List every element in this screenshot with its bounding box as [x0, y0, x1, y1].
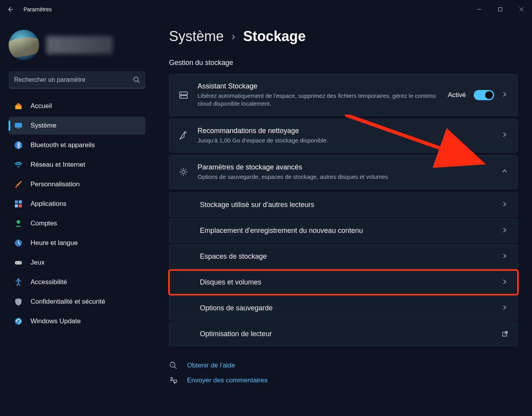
sidebar-item-label: Windows Update	[31, 317, 81, 325]
paintbrush-icon	[14, 180, 23, 189]
card-title: Assistant Stockage	[198, 82, 439, 90]
external-link-icon	[502, 331, 509, 338]
home-icon	[14, 102, 23, 110]
sub-item-label: Espaces de stockage	[200, 252, 267, 261]
svg-point-22	[182, 170, 185, 173]
card-subtitle: Jusqu'à 1,00 Go d'espace de stockage dis…	[198, 137, 493, 144]
sidebar-item-windows-update[interactable]: Windows Update	[9, 312, 146, 330]
chevron-right-icon: ›	[232, 30, 235, 43]
sidebar-item-time-language[interactable]: Heure et langue	[9, 234, 146, 252]
get-help-link[interactable]: ? Obtenir de l'aide	[169, 361, 518, 370]
sub-item-label: Optimisation de lecteur	[200, 330, 272, 338]
svg-point-6	[15, 186, 17, 188]
svg-rect-2	[15, 123, 22, 128]
sidebar-item-label: Applications	[31, 200, 66, 208]
minimize-button[interactable]	[469, 2, 490, 17]
storage-other-drives[interactable]: Stockage utilisé sur d'autres lecteurs	[169, 193, 518, 217]
sidebar-item-home[interactable]: Accueil	[9, 97, 146, 115]
search-icon	[133, 76, 140, 83]
card-title: Paramètres de stockage avancés	[198, 163, 493, 171]
sidebar-item-gaming[interactable]: Jeux	[9, 254, 146, 272]
user-profile[interactable]	[9, 27, 146, 71]
svg-rect-3	[17, 128, 20, 129]
footer-link-label: Envoyer des commentaires	[187, 376, 268, 384]
svg-point-11	[17, 220, 20, 224]
storage-spaces[interactable]: Espaces de stockage	[169, 244, 518, 269]
svg-rect-13	[15, 261, 22, 265]
feedback-icon	[169, 376, 178, 385]
svg-point-16	[18, 279, 20, 281]
sidebar-item-network[interactable]: Réseau et Internet	[9, 156, 146, 174]
chevron-right-icon	[502, 305, 509, 312]
backup-options[interactable]: Options de sauvegarde	[169, 296, 518, 321]
sidebar-item-system[interactable]: Système	[9, 117, 146, 135]
avatar	[9, 30, 39, 60]
save-locations[interactable]: Emplacement d'enregistrement du nouveau …	[169, 218, 518, 243]
sidebar-item-label: Heure et langue	[31, 239, 78, 247]
storage-sense-toggle[interactable]	[474, 90, 494, 100]
sidebar-item-apps[interactable]: Applications	[9, 195, 146, 213]
sub-item-label: Stockage utilisé sur d'autres lecteurs	[200, 201, 315, 209]
sidebar-item-label: Confidentialité et sécurité	[31, 298, 105, 306]
svg-rect-8	[19, 200, 22, 203]
chevron-right-icon	[502, 279, 509, 286]
sidebar-item-label: Système	[31, 122, 56, 130]
search-input[interactable]	[9, 71, 146, 88]
person-icon	[14, 219, 23, 228]
card-subtitle: Libérez automatiquement de l'espace, sup…	[198, 92, 439, 108]
sub-item-label: Options de sauvegarde	[200, 304, 273, 312]
svg-text:?: ?	[172, 363, 174, 367]
chevron-up-icon	[502, 168, 509, 175]
back-button[interactable]	[6, 5, 14, 13]
profile-name	[46, 36, 113, 54]
sidebar-item-label: Jeux	[31, 259, 45, 267]
accessibility-icon	[14, 278, 23, 286]
sidebar-item-accounts[interactable]: Comptes	[9, 214, 146, 232]
sidebar-item-accessibility[interactable]: Accessibilité	[9, 273, 146, 291]
sidebar-item-label: Comptes	[31, 220, 57, 227]
svg-point-17	[15, 318, 22, 325]
bluetooth-icon	[14, 141, 23, 149]
chevron-right-icon	[502, 132, 509, 139]
sidebar-item-label: Réseau et Internet	[31, 161, 85, 169]
sidebar-item-label: Personnalisation	[31, 180, 80, 188]
sidebar-item-privacy[interactable]: Confidentialité et sécurité	[9, 293, 146, 311]
breadcrumb-parent[interactable]: Système	[169, 28, 224, 45]
svg-rect-10	[19, 204, 22, 207]
svg-point-5	[18, 166, 19, 167]
sidebar-item-personalization[interactable]: Personnalisation	[9, 175, 146, 193]
card-subtitle: Options de sauvegarde, espaces de stocka…	[198, 173, 493, 181]
svg-rect-7	[15, 200, 18, 203]
gear-icon	[178, 166, 189, 177]
help-icon: ?	[169, 361, 178, 370]
chevron-right-icon	[502, 202, 509, 209]
breadcrumb: Système › Stockage	[169, 28, 518, 45]
svg-point-21	[181, 96, 182, 97]
cleanup-recommendations-card[interactable]: Recommandations de nettoyage Jusqu'à 1,0…	[169, 119, 518, 153]
gamepad-icon	[14, 258, 23, 267]
sidebar-item-label: Bluetooth et appareils	[31, 141, 95, 149]
broom-icon	[178, 130, 189, 141]
maximize-button[interactable]	[490, 2, 511, 17]
shield-icon	[14, 297, 23, 306]
breadcrumb-current: Stockage	[243, 28, 306, 45]
svg-point-1	[134, 77, 138, 81]
chevron-right-icon	[502, 92, 509, 99]
section-title: Gestion du stockage	[169, 59, 518, 67]
feedback-link[interactable]: Envoyer des commentaires	[169, 376, 518, 385]
update-icon	[14, 317, 23, 326]
sidebar-item-bluetooth[interactable]: Bluetooth et appareils	[9, 136, 146, 154]
drive-optimization[interactable]: Optimisation de lecteur	[169, 322, 518, 346]
close-button[interactable]	[511, 2, 532, 17]
card-title: Recommandations de nettoyage	[198, 127, 493, 135]
svg-point-20	[181, 93, 182, 94]
storage-sense-card[interactable]: Assistant Stockage Libérez automatiqueme…	[169, 74, 518, 116]
svg-rect-0	[499, 8, 502, 11]
disks-volumes[interactable]: Disques et volumes	[169, 270, 518, 295]
toggle-label: Activé	[448, 91, 466, 99]
apps-icon	[14, 200, 23, 208]
advanced-storage-card[interactable]: Paramètres de stockage avancés Options d…	[169, 155, 518, 189]
clock-globe-icon	[14, 239, 23, 247]
svg-rect-9	[15, 204, 18, 207]
svg-point-27	[171, 378, 173, 380]
